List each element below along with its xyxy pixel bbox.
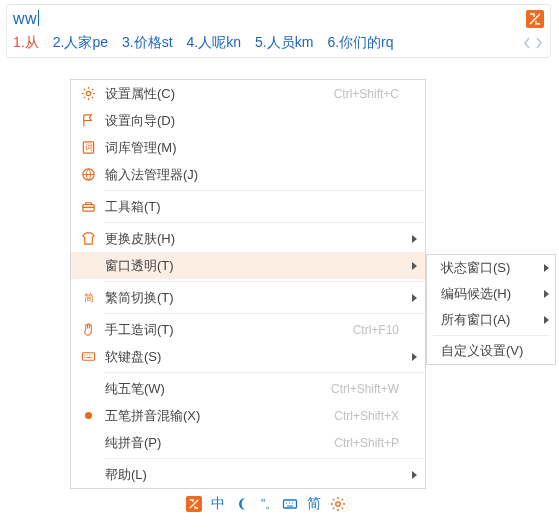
menu-shortcut: Ctrl+Shift+W (331, 382, 413, 396)
menu-separator (105, 281, 425, 282)
ime-bar: ww 1.从 2.人家pe 3.价格st 4.人呢kn 5.人员km 6.你们的… (6, 4, 551, 58)
menu-wizard[interactable]: 设置向导(D) (71, 107, 425, 134)
flag-icon (71, 113, 105, 128)
submenu-label: 自定义设置(V) (441, 342, 523, 360)
menu-label: 纯五笔(W) (105, 380, 165, 398)
menu-label: 手工造词(T) (105, 321, 174, 339)
submenu-status-window[interactable]: 状态窗口(S) (427, 255, 555, 281)
toolbox-icon (71, 199, 105, 214)
menu-label: 词库管理(M) (105, 139, 177, 157)
settings-icon[interactable] (326, 493, 350, 515)
menu-label: 繁简切换(T) (105, 289, 174, 307)
submenu-custom-settings[interactable]: 自定义设置(V) (427, 338, 555, 364)
submenu-arrow-icon (412, 353, 417, 361)
menu-separator (105, 190, 425, 191)
menu-soft-keyboard[interactable]: 软键盘(S) (71, 343, 425, 370)
page-next-icon[interactable] (534, 36, 544, 50)
menu-ime-manager[interactable]: 输入法管理器(J) (71, 161, 425, 188)
submenu-label: 编码候选(H) (441, 285, 511, 303)
menu-label: 软键盘(S) (105, 348, 161, 366)
menu-window-transparent[interactable]: 窗口透明(T) (71, 252, 425, 279)
menu-label: 帮助(L) (105, 466, 147, 484)
submenu-label: 状态窗口(S) (441, 259, 510, 277)
submenu-label: 所有窗口(A) (441, 311, 510, 329)
ime-logo-icon[interactable] (526, 10, 544, 28)
menu-label: 五笔拼音混输(X) (105, 407, 200, 425)
menu-separator (105, 458, 425, 459)
menu-label: 纯拼音(P) (105, 434, 161, 452)
ime-composition: ww (13, 10, 39, 28)
menu-change-skin[interactable]: 更换皮肤(H) (71, 225, 425, 252)
menu-label: 更换皮肤(H) (105, 230, 175, 248)
menu-separator (105, 222, 425, 223)
submenu-arrow-icon (412, 235, 417, 243)
dict-icon: 词 (71, 140, 105, 155)
submenu-arrow-icon (544, 290, 549, 298)
svg-rect-10 (284, 500, 297, 508)
menu-shortcut: Ctrl+Shift+X (334, 409, 413, 423)
punct-icon[interactable]: "。 (254, 493, 278, 515)
menu-dict-manage[interactable]: 词 词库管理(M) (71, 134, 425, 161)
globe-icon (71, 167, 105, 182)
menu-wubi-pinyin-mix[interactable]: 五笔拼音混输(X) Ctrl+Shift+X (71, 402, 425, 429)
menu-trad-simp-switch[interactable]: 简 繁简切换(T) (71, 284, 425, 311)
menu-set-properties[interactable]: 设置属性(C) Ctrl+Shift+C (71, 80, 425, 107)
cn-indicator[interactable]: 中 (206, 493, 230, 515)
simp-icon: 简 (71, 290, 105, 305)
menu-shortcut: Ctrl+Shift+P (334, 436, 413, 450)
candidate-2[interactable]: 2.人家pe (53, 34, 108, 52)
submenu-all-windows[interactable]: 所有窗口(A) (427, 307, 555, 333)
svg-rect-7 (82, 353, 94, 361)
ime-candidate-list: 1.从 2.人家pe 3.价格st 4.人呢kn 5.人员km 6.你们的rq (13, 34, 544, 52)
submenu-arrow-icon (412, 471, 417, 479)
hand-icon (71, 322, 105, 337)
candidate-4[interactable]: 4.人呢kn (187, 34, 241, 52)
menu-label: 设置属性(C) (105, 85, 175, 103)
page-prev-icon[interactable] (522, 36, 532, 50)
moon-icon[interactable] (230, 493, 254, 515)
menu-label: 输入法管理器(J) (105, 166, 198, 184)
menu-label: 设置向导(D) (105, 112, 175, 130)
menu-shortcut: Ctrl+F10 (353, 323, 413, 337)
menu-help[interactable]: 帮助(L) (71, 461, 425, 488)
svg-point-1 (86, 91, 90, 95)
keyboard-icon[interactable] (278, 493, 302, 515)
submenu-encode-candidate[interactable]: 编码候选(H) (427, 281, 555, 307)
candidate-6[interactable]: 6.你们的rq (327, 34, 393, 52)
candidate-3[interactable]: 3.价格st (122, 34, 173, 52)
menu-separator (105, 313, 425, 314)
selected-dot-icon (71, 412, 105, 419)
ime-status-bar[interactable]: 中 "。 简 (175, 490, 357, 518)
menu-separator (105, 372, 425, 373)
menu-shortcut: Ctrl+Shift+C (334, 87, 413, 101)
menu-toolbox[interactable]: 工具箱(T) (71, 193, 425, 220)
submenu-arrow-icon (544, 264, 549, 272)
svg-point-11 (336, 502, 340, 506)
menu-label: 工具箱(T) (105, 198, 161, 216)
menu-pure-pinyin[interactable]: 纯拼音(P) Ctrl+Shift+P (71, 429, 425, 456)
svg-text:"。: "。 (261, 497, 274, 511)
svg-text:简: 简 (83, 292, 93, 303)
simp-indicator[interactable]: 简 (302, 493, 326, 515)
menu-manual-word[interactable]: 手工造词(T) Ctrl+F10 (71, 316, 425, 343)
submenu-arrow-icon (412, 262, 417, 270)
keyboard-icon (71, 349, 105, 364)
candidate-5[interactable]: 5.人员km (255, 34, 313, 52)
ime-input-row: ww (13, 8, 544, 30)
svg-text:词: 词 (84, 143, 92, 152)
gear-icon (71, 86, 105, 101)
menu-pure-wubi[interactable]: 纯五笔(W) Ctrl+Shift+W (71, 375, 425, 402)
candidate-pager (522, 36, 544, 50)
submenu-separator (433, 335, 549, 336)
context-menu: 设置属性(C) Ctrl+Shift+C 设置向导(D) 词 词库管理(M) 输… (70, 79, 426, 489)
submenu-arrow-icon (544, 316, 549, 324)
transparency-submenu: 状态窗口(S) 编码候选(H) 所有窗口(A) 自定义设置(V) (426, 254, 556, 365)
shirt-icon (71, 231, 105, 246)
menu-label: 窗口透明(T) (105, 257, 174, 275)
logo-icon[interactable] (182, 493, 206, 515)
submenu-arrow-icon (412, 294, 417, 302)
candidate-1[interactable]: 1.从 (13, 34, 39, 52)
